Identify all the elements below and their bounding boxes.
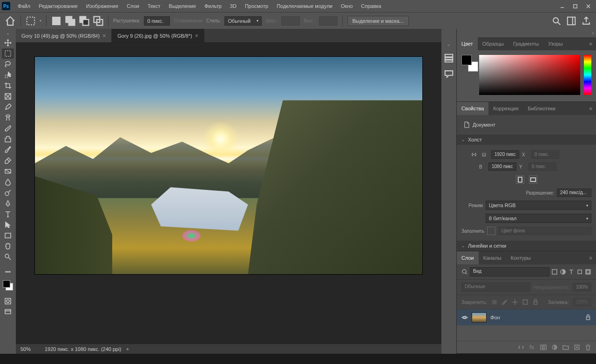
clone-tool[interactable] <box>2 134 14 144</box>
quick-select-tool[interactable] <box>2 70 14 80</box>
zoom-level[interactable]: 50% <box>20 346 39 352</box>
panel-menu-icon[interactable]: ≡ <box>586 106 596 111</box>
pen-tool[interactable] <box>2 198 14 209</box>
hue-slider[interactable] <box>584 55 591 95</box>
share-icon[interactable] <box>581 16 591 26</box>
color-swatch[interactable] <box>2 279 14 291</box>
tab-layers[interactable]: Слои <box>457 251 479 264</box>
layer-mask-icon[interactable] <box>540 344 547 351</box>
menu-layers[interactable]: Слои <box>123 1 143 11</box>
doc-tab-1[interactable]: Gory 9 (26).jpg @ 50% (RGB/8*) × <box>112 29 204 42</box>
selection-intersect-icon[interactable] <box>93 16 103 26</box>
selection-subtract-icon[interactable] <box>79 16 89 26</box>
type-tool[interactable] <box>2 209 14 219</box>
history-panel-icon[interactable] <box>444 53 454 63</box>
layer-name[interactable]: Фон <box>490 315 500 320</box>
maximize-btn[interactable] <box>569 1 581 11</box>
filter-type-icon[interactable] <box>568 269 575 275</box>
path-select-tool[interactable] <box>2 220 14 230</box>
tab-channels[interactable]: Каналы <box>479 251 506 264</box>
tab-patterns[interactable]: Узоры <box>543 37 567 50</box>
marquee-tool[interactable] <box>2 48 14 59</box>
tab-color[interactable]: Цвет <box>457 37 478 50</box>
new-layer-icon[interactable] <box>574 344 580 351</box>
layer-row[interactable]: Фон <box>457 310 596 325</box>
workspace-icon[interactable] <box>566 16 576 26</box>
hand-tool[interactable] <box>2 241 14 251</box>
fill-select[interactable]: Цвет фона <box>498 227 591 235</box>
gradient-tool[interactable] <box>2 166 14 176</box>
saturation-picker[interactable] <box>479 55 580 95</box>
tab-paths[interactable]: Контуры <box>506 251 535 264</box>
fill-color-swatch[interactable] <box>487 227 495 235</box>
panel-menu-icon[interactable]: ≡ <box>586 41 596 47</box>
tab-libraries[interactable]: Библиотеки <box>523 102 560 115</box>
healing-tool[interactable] <box>2 113 14 123</box>
canvas[interactable] <box>35 57 422 274</box>
menu-image[interactable]: Изображение <box>82 1 122 11</box>
crop-tool[interactable] <box>2 81 14 91</box>
canvas-accordion[interactable]: ⌄Холст <box>457 135 596 145</box>
feather-input[interactable] <box>144 16 170 26</box>
portrait-icon[interactable] <box>516 175 524 184</box>
shape-tool[interactable] <box>2 230 14 241</box>
quickmask-tool[interactable] <box>2 296 14 306</box>
panel-menu-icon[interactable]: ≡ <box>586 255 596 261</box>
search-icon[interactable] <box>551 16 562 26</box>
menu-file[interactable]: Файл <box>14 1 34 11</box>
rulers-accordion[interactable]: ⌄Линейки и сетки <box>457 241 596 251</box>
close-btn[interactable] <box>582 1 594 11</box>
color-preview[interactable] <box>461 55 475 69</box>
adjustment-layer-icon[interactable] <box>551 344 558 351</box>
group-icon[interactable] <box>562 344 569 351</box>
close-icon[interactable]: × <box>195 33 198 39</box>
brush-tool[interactable] <box>2 123 14 134</box>
close-icon[interactable]: × <box>102 33 106 39</box>
height-input[interactable]: 1080 пикс <box>488 162 516 171</box>
visibility-icon[interactable] <box>461 314 468 321</box>
mode-select[interactable]: Цвета RGB▾ <box>486 201 591 210</box>
filter-smart-icon[interactable] <box>585 269 591 275</box>
width-input[interactable]: 1920 пикс <box>491 150 519 159</box>
foreground-color[interactable] <box>3 280 10 288</box>
dodge-tool[interactable] <box>2 188 14 198</box>
filter-adjust-icon[interactable] <box>560 269 566 275</box>
depth-select[interactable]: 8 бит/канал▾ <box>486 214 591 223</box>
filter-shape-icon[interactable] <box>576 269 583 275</box>
canvas-area[interactable] <box>16 43 441 344</box>
menu-help[interactable]: Справка <box>358 1 385 11</box>
landscape-icon[interactable] <box>529 175 537 184</box>
comments-panel-icon[interactable] <box>444 69 454 79</box>
marquee-mode-icon[interactable] <box>26 16 36 26</box>
tab-swatches[interactable]: Образцы <box>478 37 508 50</box>
lasso-tool[interactable] <box>2 59 14 69</box>
layer-fx-icon[interactable]: fx <box>529 344 535 351</box>
menu-filter[interactable]: Фильтр <box>201 1 225 11</box>
minimize-btn[interactable] <box>556 1 568 11</box>
delete-icon[interactable] <box>585 344 591 351</box>
filter-image-icon[interactable] <box>551 269 558 275</box>
layer-filter-select[interactable]: Вид <box>470 267 549 276</box>
style-select[interactable]: Обычный▾ <box>224 16 262 26</box>
selection-new-icon[interactable] <box>51 16 61 26</box>
selection-add-icon[interactable] <box>65 16 75 26</box>
edit-toolbar[interactable] <box>2 267 14 277</box>
menu-window[interactable]: Окно <box>337 1 357 11</box>
resolution-input[interactable]: 240 пикс/д... <box>557 189 591 197</box>
link-icon[interactable] <box>471 151 477 158</box>
menu-3d[interactable]: 3D <box>226 1 240 11</box>
zoom-tool[interactable] <box>2 252 14 262</box>
eraser-tool[interactable] <box>2 155 14 166</box>
menu-text[interactable]: Текст <box>144 1 164 11</box>
frame-tool[interactable] <box>2 91 14 101</box>
menu-view[interactable]: Просмотр <box>241 1 272 11</box>
move-tool[interactable] <box>2 38 14 48</box>
history-brush-tool[interactable] <box>2 145 14 155</box>
tab-adjustments[interactable]: Коррекция <box>488 102 523 115</box>
screenmode-tool[interactable] <box>2 307 14 317</box>
eyedropper-tool[interactable] <box>2 102 14 112</box>
layer-thumbnail[interactable] <box>472 312 487 323</box>
menu-edit[interactable]: Редактирование <box>35 1 81 11</box>
tab-gradients[interactable]: Градиенты <box>508 37 543 50</box>
doc-tab-0[interactable]: Gory 10 (49).jpg @ 50% (RGB/8#) × <box>16 29 112 42</box>
